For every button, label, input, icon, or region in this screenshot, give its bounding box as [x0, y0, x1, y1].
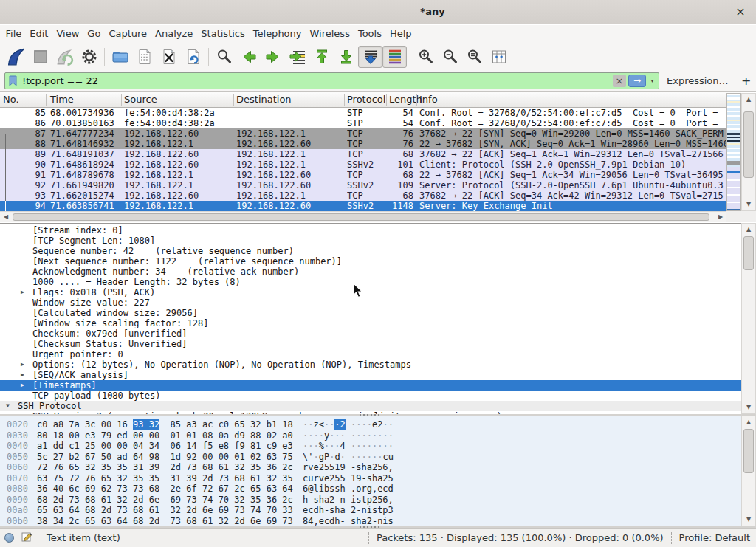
hex-scrollbar[interactable]: ▲ ▼: [741, 416, 756, 526]
column-separator[interactable]: [121, 94, 122, 106]
intelligent-scrollbar-minimap[interactable]: [726, 93, 741, 211]
detail-row[interactable]: ▶[SEQ/ACK analysis]: [0, 370, 741, 380]
detail-row[interactable]: 1000 .... = Header Length: 32 bytes (8): [0, 277, 741, 287]
detail-row[interactable]: TCP payload (1080 bytes): [0, 391, 741, 401]
hex-row-0040[interactable]: 0040a1 dd c1 25 00 00 04 34 06 14 f5 e8 …: [0, 441, 741, 452]
zoom-out-icon[interactable]: [438, 46, 462, 68]
detail-row[interactable]: Window size value: 227: [0, 297, 741, 308]
detail-row[interactable]: ▶[Timestamps]: [0, 380, 741, 391]
packet-row-92[interactable]: 9271.661949820192.168.122.1192.168.122.6…: [0, 180, 726, 190]
column-separator[interactable]: [46, 94, 47, 106]
detail-row[interactable]: Checksum: 0x79ed [unverified]: [0, 328, 741, 339]
menu-file[interactable]: File: [1, 25, 26, 43]
close-file-icon[interactable]: [157, 46, 181, 68]
apply-filter-icon[interactable]: →: [628, 75, 646, 87]
menu-wireless[interactable]: Wireless: [306, 25, 354, 43]
menu-go[interactable]: Go: [83, 25, 105, 43]
scrollbar-thumb[interactable]: [743, 236, 754, 270]
hex-ascii[interactable]: rve25519 -sha256,: [303, 462, 394, 472]
scroll-up-icon[interactable]: ▲: [742, 224, 755, 235]
title-bar[interactable]: *any ×: [0, 0, 756, 24]
hex-bytes[interactable]: 68 2d 73 68 61 32 2d 6e 69 73 74 70 32 3…: [37, 495, 293, 505]
packet-row-93[interactable]: 9371.662015274192.168.122.60192.168.122.…: [0, 190, 726, 201]
hex-bytes[interactable]: 5c 27 b2 67 50 ad 64 98 1d 92 00 00 01 0…: [37, 452, 293, 462]
expert-info-icon[interactable]: [4, 533, 14, 543]
detail-row[interactable]: ▶Flags: 0x018 (PSH, ACK): [0, 287, 741, 297]
add-filter-button[interactable]: +: [740, 74, 752, 88]
column-header-length[interactable]: Length: [389, 92, 422, 107]
packet-list-header[interactable]: No.TimeSourceDestinationProtocolLengthIn…: [0, 92, 741, 108]
scroll-down-icon[interactable]: ▼: [742, 199, 755, 210]
details-scrollbar[interactable]: ▲ ▼: [741, 223, 756, 414]
menu-analyze[interactable]: Analyze: [151, 25, 197, 43]
go-back-icon[interactable]: [236, 46, 261, 68]
menu-telephony[interactable]: Telephony: [249, 25, 306, 43]
collapsed-arrow-icon[interactable]: ▶: [21, 380, 24, 391]
hex-bytes[interactable]: 72 76 65 32 35 35 31 39 2d 73 68 61 32 3…: [37, 462, 293, 472]
resize-columns-icon[interactable]: [487, 46, 511, 68]
hex-bytes[interactable]: a1 dd c1 25 00 00 04 34 06 14 f5 e8 f9 8…: [37, 441, 293, 451]
collapsed-arrow-icon[interactable]: ▶: [21, 287, 24, 297]
packet-row-86[interactable]: 8670.013850163fe:54:00:d4:38:2aSTP54Conf…: [0, 118, 726, 128]
column-separator[interactable]: [344, 94, 345, 106]
bookmark-icon[interactable]: [8, 75, 18, 86]
hex-ascii[interactable]: \'·gP·d· ······cu: [303, 452, 394, 462]
expression-button[interactable]: Expression…: [667, 75, 729, 86]
detail-row[interactable]: [Calculated window size: 29056]: [0, 308, 741, 318]
hex-row-0060[interactable]: 006072 76 65 32 35 35 31 39 2d 73 68 61 …: [0, 462, 741, 473]
display-filter-input[interactable]: !tcp.port == 22 × → ▾: [4, 72, 659, 89]
hex-row-0020[interactable]: 0020c0 a8 7a 3c 00 16 93 32 85 a3 ac c0 …: [0, 419, 741, 430]
restart-capture-icon[interactable]: [52, 46, 77, 68]
close-icon[interactable]: ×: [732, 4, 749, 20]
packet-row-87[interactable]: 8771.647777234192.168.122.60192.168.122.…: [0, 128, 726, 139]
colorize-icon[interactable]: [382, 46, 407, 68]
menu-view[interactable]: View: [52, 25, 83, 43]
hex-ascii[interactable]: 84,ecdh- sha2-nis: [303, 516, 394, 526]
scroll-down-icon[interactable]: ▼: [742, 514, 755, 526]
hex-row-0080[interactable]: 008036 40 6c 69 62 73 73 68 2e 6f 72 67 …: [0, 484, 741, 495]
menu-statistics[interactable]: Statistics: [197, 25, 249, 43]
hex-bytes[interactable]: c0 a8 7a 3c 00 16 93 32 85 a3 ac c0 65 3…: [37, 419, 293, 430]
go-forward-icon[interactable]: [261, 46, 285, 68]
scrollbar-thumb[interactable]: [743, 429, 754, 473]
start-capture-icon[interactable]: [4, 46, 28, 68]
auto-scroll-icon[interactable]: [358, 46, 382, 68]
detail-row[interactable]: Sequence number: 42 (relative sequence n…: [0, 246, 741, 256]
menu-help[interactable]: Help: [385, 25, 416, 43]
scroll-right-icon[interactable]: ▶: [715, 212, 726, 222]
detail-row[interactable]: [Checksum Status: Unverified]: [0, 339, 741, 349]
column-separator[interactable]: [386, 94, 387, 106]
hex-row-0070[interactable]: 007063 75 72 76 65 32 35 35 31 39 2d 73 …: [0, 473, 741, 484]
column-header-source[interactable]: Source: [124, 92, 157, 107]
reload-file-icon[interactable]: [181, 46, 205, 68]
expanded-arrow-icon[interactable]: ▼: [6, 401, 10, 411]
detail-row[interactable]: ▼SSH Protocol: [0, 401, 741, 411]
collapsed-arrow-icon[interactable]: ▶: [21, 359, 24, 370]
packet-row-88[interactable]: 8871.648146932192.168.122.1192.168.122.6…: [0, 139, 726, 149]
find-packet-icon[interactable]: [212, 46, 236, 68]
collapsed-arrow-icon[interactable]: ▶: [21, 370, 24, 380]
hex-bytes[interactable]: 36 40 6c 69 62 73 73 68 2e 6f 72 67 2c 6…: [37, 484, 293, 494]
hex-bytes[interactable]: 65 63 64 68 2d 73 68 61 32 2d 6e 69 73 7…: [37, 505, 293, 515]
clear-filter-icon[interactable]: ×: [613, 75, 626, 87]
column-separator[interactable]: [233, 94, 234, 106]
detail-row[interactable]: [TCP Segment Len: 1080]: [0, 235, 741, 246]
stop-capture-icon[interactable]: [28, 46, 52, 68]
open-file-icon[interactable]: [108, 46, 132, 68]
detail-row[interactable]: Acknowledgment number: 34 (relative ack …: [0, 266, 741, 277]
capture-comment-icon[interactable]: [21, 531, 32, 544]
column-separator[interactable]: [416, 94, 417, 106]
detail-row[interactable]: [Next sequence number: 1122 (relative se…: [0, 256, 741, 266]
column-header-protocol[interactable]: Protocol: [347, 92, 385, 107]
filter-dropdown-icon[interactable]: ▾: [647, 75, 657, 87]
go-to-bottom-icon[interactable]: [334, 46, 358, 68]
hex-ascii[interactable]: 6@libssh .org,ecd: [303, 484, 394, 494]
packet-row-90[interactable]: 9071.648618924192.168.122.60192.168.122.…: [0, 159, 726, 170]
menu-edit[interactable]: Edit: [26, 25, 52, 43]
zoom-in-icon[interactable]: [413, 46, 438, 68]
scroll-left-icon[interactable]: ◀: [0, 212, 12, 222]
capture-options-icon[interactable]: [77, 46, 101, 68]
hex-ascii[interactable]: h-sha2-n istp256,: [303, 495, 394, 505]
hex-bytes[interactable]: 38 34 2c 65 63 64 68 2d 73 68 61 32 2d 6…: [37, 516, 293, 526]
filter-text[interactable]: !tcp.port == 22: [22, 75, 98, 86]
